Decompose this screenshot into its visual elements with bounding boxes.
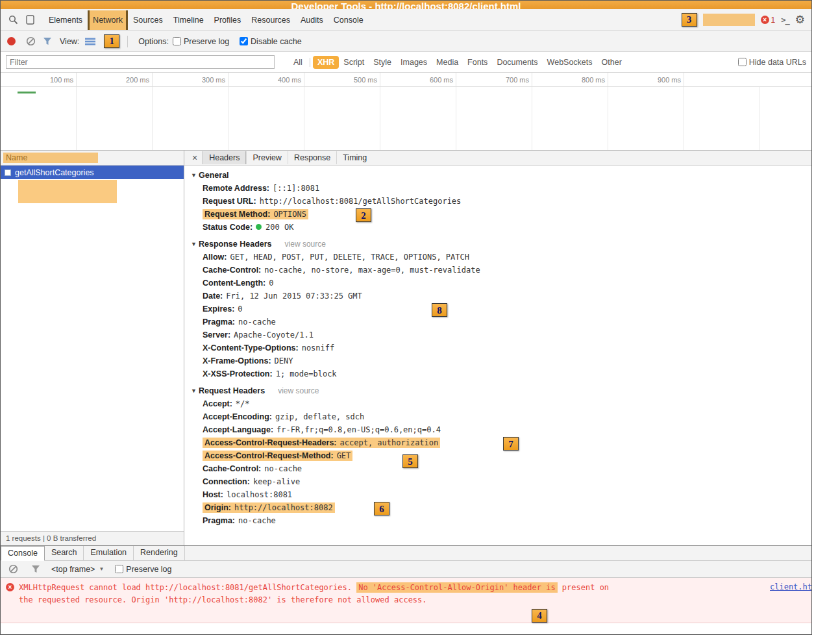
tab-profiles[interactable]: Profiles xyxy=(209,10,247,30)
device-mode-icon[interactable] xyxy=(23,13,37,27)
record-button[interactable] xyxy=(7,37,16,45)
header-row-access-control-request-method: Access-Control-Request-Method:GET 5 xyxy=(191,449,811,462)
annotation-badge-4: 4 xyxy=(532,609,547,623)
error-circle-icon: × xyxy=(761,16,769,24)
header-row-date: Date:Fri, 12 Jun 2015 07:33:25 GMT xyxy=(191,290,811,303)
filter-type-xhr[interactable]: XHR xyxy=(313,56,339,69)
tab-elements[interactable]: Elements xyxy=(43,10,88,30)
header-row-cache-control-request: Cache-Control:no-cache xyxy=(191,462,811,475)
tab-console[interactable]: Console xyxy=(328,10,369,30)
network-toolbar: View: 1 Options: Preserve log Disable ca… xyxy=(1,31,811,52)
filter-type-script[interactable]: Script xyxy=(339,56,369,69)
console-preserve-log-text: Preserve log xyxy=(126,565,171,574)
error-circle-icon: × xyxy=(6,583,14,591)
error-source-link[interactable]: client.html xyxy=(770,582,812,591)
tab-timing[interactable]: Timing xyxy=(336,151,373,164)
drawer-tab-console[interactable]: Console xyxy=(1,546,45,561)
console-preserve-log-checkbox[interactable] xyxy=(115,565,123,573)
filter-type-documents[interactable]: Documents xyxy=(492,56,542,69)
filter-input[interactable] xyxy=(6,55,275,69)
error-count-indicator[interactable]: × 1 xyxy=(761,16,776,25)
request-name: getAllShortCategories xyxy=(15,168,94,177)
tab-sources[interactable]: Sources xyxy=(128,10,168,30)
hide-data-urls-label[interactable]: Hide data URLs xyxy=(738,58,806,67)
tab-timeline[interactable]: Timeline xyxy=(168,10,209,30)
hide-data-urls-checkbox[interactable] xyxy=(738,58,747,66)
header-row-x-xss-protection: X-XSS-Protection:1; mode=block xyxy=(191,367,811,380)
disclosure-triangle-icon: ▼ xyxy=(191,384,199,397)
status-green-dot-icon xyxy=(256,224,262,230)
filter-type-websockets[interactable]: WebSockets xyxy=(543,56,597,69)
view-label: View: xyxy=(60,37,79,46)
disclosure-triangle-icon: ▼ xyxy=(191,238,199,251)
clear-console-icon[interactable] xyxy=(6,562,20,576)
tab-audits[interactable]: Audits xyxy=(295,10,328,30)
request-row-getallshortcategories[interactable]: getAllShortCategories xyxy=(1,166,184,179)
header-row-pragma-request: Pragma:no-cache xyxy=(191,514,811,527)
filter-type-style[interactable]: Style xyxy=(369,56,396,69)
timeline-tick: 700 ms xyxy=(456,73,532,86)
clear-icon[interactable] xyxy=(23,34,38,49)
section-response-headers-title[interactable]: ▼ Response Headers view source xyxy=(191,238,811,251)
settings-gear-icon[interactable]: ⚙ xyxy=(795,14,805,25)
section-general: ▼ General Remote Address:[::1]:8081 Requ… xyxy=(191,169,811,234)
toolbar-separator xyxy=(127,36,128,47)
timeline-tick: 100 ms xyxy=(1,73,77,86)
disable-cache-checkbox[interactable] xyxy=(240,37,248,45)
tab-response[interactable]: Response xyxy=(288,151,336,164)
requests-panel: Name getAllShortCategories 1 requests | … xyxy=(1,151,184,545)
view-list-icon[interactable] xyxy=(83,34,97,49)
header-row-server: Server:Apache-Coyote/1.1 xyxy=(191,328,811,341)
tab-network[interactable]: Network xyxy=(88,10,128,30)
timeline-tick: 300 ms xyxy=(153,73,228,86)
view-source-link[interactable]: view source xyxy=(285,238,326,251)
preserve-log-checkbox[interactable] xyxy=(173,37,181,45)
section-response-headers: ▼ Response Headers view source Allow:GET… xyxy=(191,238,811,380)
search-icon[interactable] xyxy=(6,13,20,27)
devtools-main-toolbar: Elements Network Sources Timeline Profil… xyxy=(1,9,811,31)
console-filter-funnel-icon[interactable] xyxy=(29,562,43,576)
request-file-icon xyxy=(5,169,11,176)
tab-headers[interactable]: Headers xyxy=(203,151,246,164)
filter-type-all[interactable]: All xyxy=(289,56,307,69)
window-title: Developer Tools - http://localhost:8082/… xyxy=(291,1,521,9)
section-title-text: General xyxy=(199,169,229,182)
timeline-tick: 800 ms xyxy=(532,73,608,86)
console-drawer-toggle-icon[interactable]: >_ xyxy=(781,16,789,25)
filter-separator xyxy=(310,58,310,67)
drawer-tab-rendering[interactable]: Rendering xyxy=(134,546,185,560)
timeline-tick: 200 ms xyxy=(77,73,153,86)
header-row-access-control-request-headers: Access-Control-Request-Headers:accept, a… xyxy=(191,436,811,449)
header-row-request-url: Request URL:http://localhost:8081/getAll… xyxy=(191,195,811,208)
section-general-title[interactable]: ▼ General xyxy=(191,169,811,182)
toolbar-right-controls: 3 × 1 >_ ⚙ xyxy=(682,13,806,27)
header-row-accept-language: Accept-Language:fr-FR,fr;q=0.8,en-US;q=0… xyxy=(191,423,811,436)
section-request-headers-title[interactable]: ▼ Request Headers view source xyxy=(191,384,811,397)
header-row-status-code: Status Code:200 OK xyxy=(191,221,811,234)
timeline-tick: 500 ms xyxy=(304,73,380,86)
preserve-log-checkbox-label[interactable]: Preserve log xyxy=(173,37,229,46)
filter-type-fonts[interactable]: Fonts xyxy=(463,56,492,69)
filter-type-images[interactable]: Images xyxy=(396,56,432,69)
drawer-tab-emulation[interactable]: Emulation xyxy=(84,546,134,560)
section-title-text: Response Headers xyxy=(199,238,272,251)
filter-type-other[interactable]: Other xyxy=(597,56,626,69)
frame-selector-text: <top frame> xyxy=(51,565,95,574)
error-text: XMLHttpRequest cannot load http://localh… xyxy=(19,582,619,606)
close-icon[interactable]: × xyxy=(187,153,203,163)
tab-preview[interactable]: Preview xyxy=(246,151,287,164)
chevron-down-icon: ▼ xyxy=(99,566,104,572)
frame-context-selector[interactable]: <top frame> ▼ xyxy=(51,565,104,574)
console-drawer: Console Search Emulation Rendering <top … xyxy=(1,545,811,635)
annotation-badge-7: 7 xyxy=(503,437,519,451)
drawer-tab-search[interactable]: Search xyxy=(45,546,84,560)
console-preserve-log-label[interactable]: Preserve log xyxy=(115,565,171,574)
tab-resources[interactable]: Resources xyxy=(246,10,295,30)
name-column-header[interactable]: Name xyxy=(1,151,184,166)
disable-cache-checkbox-label[interactable]: Disable cache xyxy=(240,37,302,46)
disclosure-triangle-icon: ▼ xyxy=(191,169,199,182)
view-source-link[interactable]: view source xyxy=(278,384,319,397)
filter-type-media[interactable]: Media xyxy=(432,56,463,69)
filter-funnel-icon[interactable] xyxy=(40,34,55,49)
devtools-window: Developer Tools - http://localhost:8082/… xyxy=(0,0,812,635)
